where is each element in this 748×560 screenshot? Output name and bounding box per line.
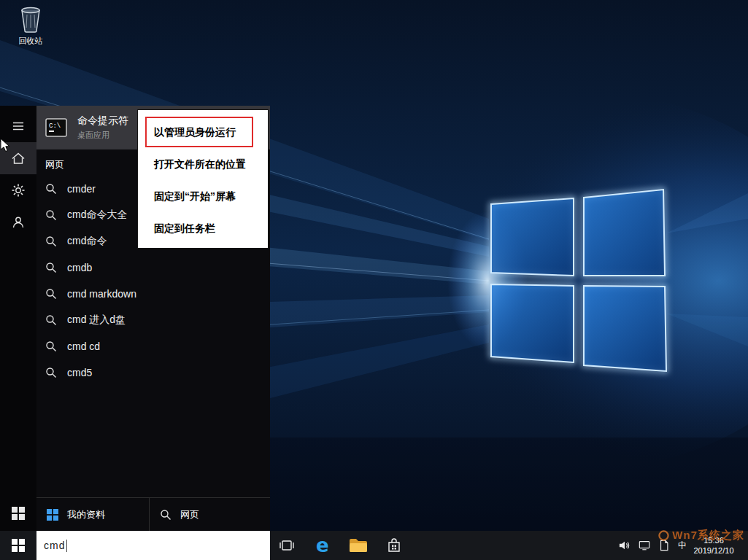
recycle-bin-icon [18,6,43,34]
top-result-subtitle: 桌面应用 [77,130,128,141]
settings-button[interactable] [0,174,36,206]
context-menu: 以管理员身份运行 打开文件所在的位置 固定到“开始”屏幕 固定到任务栏 [137,109,269,249]
display-icon[interactable] [639,540,650,551]
search-icon [45,183,57,195]
hamburger-icon [12,120,24,132]
svg-text:C:\: C:\ [49,122,61,130]
menu-item-run-as-admin[interactable]: 以管理员身份运行 [138,120,268,144]
account-button[interactable] [0,206,36,238]
suggestion-label: cmd 进入d盘 [67,314,126,327]
search-icon [45,367,57,378]
search-icon [45,341,57,352]
search-suggestion[interactable]: cmd cd [36,333,270,359]
suggestion-label: cmd命令大全 [67,209,127,222]
suggestion-label: cmd cd [67,341,100,352]
edge-button[interactable]: e [307,531,339,560]
windows-logo-icon [12,539,25,552]
suggestion-label: cmd markdown [67,288,136,300]
store-button[interactable] [378,531,410,560]
recycle-bin-shortcut[interactable]: 回收站 [12,6,50,47]
search-icon [45,288,57,300]
edge-icon: e [313,534,333,556]
my-stuff-label: 我的资料 [67,508,105,521]
task-view-button[interactable] [271,531,303,560]
text-caret [66,540,67,552]
store-bag-icon [386,537,402,554]
desktop: 回收站 C:\ [0,0,748,560]
watermark: Wn7系统之家 [658,529,744,542]
search-icon [45,314,57,326]
suggestion-label: cmd5 [67,367,92,378]
volume-icon[interactable] [619,540,631,551]
windows-logo-icon [12,507,25,520]
cmd-icon: C:\ [45,118,67,137]
menu-button[interactable] [0,110,36,142]
search-icon [45,262,57,273]
search-panel-rail [0,106,36,531]
search-suggestion[interactable]: cmdb [36,254,270,281]
my-stuff-button[interactable]: 我的资料 [36,498,150,531]
search-icon [45,236,57,247]
section-header-web: 网页 [45,158,64,171]
panel-windows-button[interactable] [0,497,36,529]
menu-item-open-file-location[interactable]: 打开文件所在的位置 [138,152,268,176]
menu-item-pin-to-taskbar[interactable]: 固定到任务栏 [138,216,268,241]
web-button[interactable]: 网页 [150,498,209,531]
watermark-logo-icon [658,530,669,541]
start-button[interactable] [0,531,36,560]
watermark-text: Wn7系统之家 [672,529,744,542]
search-input-value: cmd [44,540,65,551]
search-suggestion[interactable]: cmd 进入d盘 [36,307,270,333]
person-icon [11,215,26,230]
web-label: 网页 [180,508,199,521]
search-input[interactable]: cmd [36,531,270,560]
recycle-bin-label: 回收站 [12,36,50,47]
file-explorer-button[interactable] [342,531,374,560]
suggestion-label: cmdb [67,262,92,273]
search-suggestion[interactable]: cmd markdown [36,281,270,307]
mouse-cursor [1,139,11,153]
search-footer: 我的资料 网页 [36,497,270,531]
menu-item-pin-to-start[interactable]: 固定到“开始”屏幕 [138,184,268,209]
home-icon [11,152,26,165]
windows-logo-icon [47,509,58,521]
folder-icon [349,537,368,553]
top-result-title: 命令提示符 [77,114,128,128]
svg-text:e: e [316,534,329,556]
task-view-icon [278,537,296,553]
suggestion-label: cmd命令 [67,235,107,248]
suggestion-label: cmder [67,183,96,195]
clock-date: 2019/12/10 [688,545,739,556]
search-icon [45,209,57,221]
search-icon [160,509,171,521]
gear-icon [11,183,26,198]
search-suggestion[interactable]: cmd5 [36,359,270,386]
